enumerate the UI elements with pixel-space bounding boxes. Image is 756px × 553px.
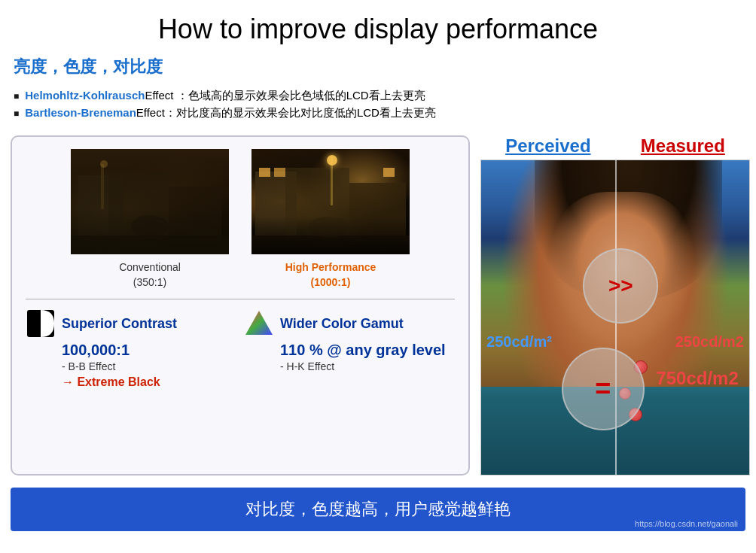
bullet-item-2: Bartleson-Breneman Effect：对比度高的显示效果会比对比度… (14, 106, 742, 120)
bullet-list: Helmohltz-Kohlrausch Effect ：色域高的显示效果会比色… (0, 81, 756, 128)
conventional-block: Conventional (350:1) (71, 149, 229, 290)
high-perf-image (251, 149, 410, 254)
bottom-text: 对比度，色度越高，用户感觉越鲜艳 (245, 500, 511, 518)
url-label: https://blog.csdn.net/gaonali (635, 519, 738, 528)
contrast-sub1: - B-B Effect (62, 360, 236, 372)
gamut-value: 110 % @ any gray level (280, 342, 455, 359)
contrast-name: Superior Contrast (62, 316, 177, 332)
gamut-feature: Wider Color Gamut 110 % @ any gray level… (244, 308, 455, 389)
arrows-label: >> (608, 274, 633, 298)
perceived-measured-header: Perceived Measured (480, 135, 750, 156)
street-scene-2 (251, 149, 410, 254)
divider (26, 299, 455, 299)
contrast-icon (26, 308, 56, 339)
images-row: Conventional (350:1) (26, 149, 455, 290)
bottom-bar: 对比度，色度越高，用户感觉越鲜艳 https://blog.csdn.net/g… (11, 488, 745, 531)
high-perf-caption: High Performance (1000:1) (285, 260, 376, 290)
street-scene-1 (71, 149, 229, 254)
svg-marker-1 (245, 311, 273, 335)
bullet-item-1: Helmohltz-Kohlrausch Effect ：色域高的显示效果会比色… (14, 89, 742, 103)
right-panel: Perceived Measured >> = (480, 135, 750, 476)
contrast-feature: Superior Contrast 100,000:1 - B-B Effect… (26, 308, 236, 389)
conventional-image (71, 149, 229, 254)
overlay-circle-bottom: = (562, 348, 645, 430)
overlay-circle-top: >> (583, 248, 658, 324)
contrast-title-row: Superior Contrast (26, 308, 236, 339)
gamut-sub1: - H-K Effect (280, 360, 455, 372)
subtitle: 亮度，色度，对比度 (0, 53, 756, 81)
left-panel: Conventional (350:1) (11, 135, 470, 476)
bullet-1-highlight: Helmohltz-Kohlrausch (25, 89, 145, 102)
gamut-icon (244, 308, 274, 339)
bullet-1-text: Effect ：色域高的显示效果会比色域低的LCD看上去更亮 (145, 89, 425, 103)
bullet-2-text: Effect：对比度高的显示效果会比对比度低的LCD看上去更亮 (136, 106, 436, 120)
features-row: Superior Contrast 100,000:1 - B-B Effect… (26, 308, 455, 389)
perceived-label: Perceived (505, 135, 590, 156)
gamut-title-row: Wider Color Gamut (244, 308, 455, 339)
brightness-right2-label: 750cd/m2 (656, 368, 738, 389)
brightness-left-label: 250cd/m² (486, 333, 552, 351)
page-title: How to improve display performance (0, 0, 756, 53)
brightness-right-label: 250cd/m2 (675, 333, 744, 351)
contrast-value: 100,000:1 (62, 342, 236, 359)
equals-label: = (595, 373, 611, 405)
gamut-name: Wider Color Gamut (280, 316, 404, 332)
conventional-caption: Conventional (350:1) (119, 260, 181, 290)
extreme-black-label: → Extreme Black (62, 375, 236, 389)
face-image: >> = 250cd/m² 250cd/m2 750cd/m2 (480, 160, 750, 476)
measured-label: Measured (641, 135, 725, 156)
main-content: Conventional (350:1) (0, 128, 756, 483)
high-perf-block: High Performance (1000:1) (251, 149, 410, 290)
bullet-2-highlight: Bartleson-Breneman (25, 106, 136, 119)
